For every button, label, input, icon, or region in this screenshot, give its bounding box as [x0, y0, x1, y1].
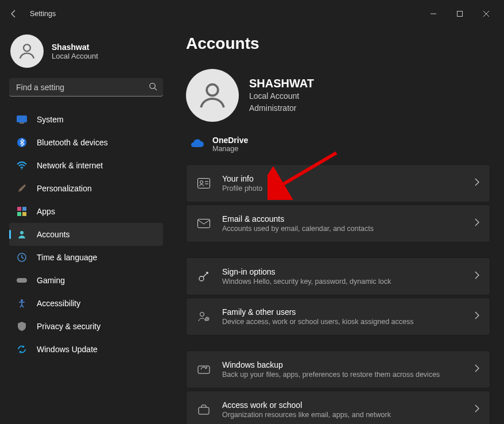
- sidebar-item-system[interactable]: System: [9, 108, 163, 131]
- settings-card-list: Your info Profile photo Email & accounts…: [186, 164, 490, 424]
- card-windows-backup[interactable]: Windows backup Back up your files, apps,…: [186, 350, 490, 388]
- user-type: Local Account: [52, 52, 98, 60]
- onedrive-subtitle: Manage: [212, 145, 248, 153]
- sidebar-item-label: Network & internet: [37, 161, 103, 170]
- user-avatar-icon: [10, 34, 44, 68]
- svg-rect-15: [17, 278, 27, 283]
- card-work-school[interactable]: Access work or school Organization resou…: [186, 391, 490, 424]
- sidebar-item-label: Accounts: [37, 230, 70, 239]
- sidebar-item-time[interactable]: Time & language: [9, 246, 163, 269]
- sidebar: Shashwat Local Account System Bluetooth …: [0, 28, 172, 424]
- wifi-icon: [16, 160, 28, 171]
- brush-icon: [16, 183, 28, 194]
- sidebar-item-privacy[interactable]: Privacy & security: [9, 315, 163, 338]
- svg-point-8: [21, 168, 22, 169]
- sidebar-item-label: Bluetooth & devices: [37, 138, 108, 147]
- page-title: Accounts: [186, 34, 490, 53]
- chevron-right-icon: [475, 364, 479, 375]
- account-avatar-icon: [186, 69, 239, 122]
- search-input[interactable]: [9, 78, 163, 96]
- sidebar-item-update[interactable]: Windows Update: [9, 338, 163, 361]
- card-title: Family & other users: [222, 307, 475, 317]
- mail-icon: [197, 219, 211, 228]
- main-content: Accounts SHASHWAT Local Account Administ…: [172, 28, 504, 424]
- svg-rect-29: [199, 407, 209, 414]
- svg-point-17: [207, 84, 218, 96]
- svg-point-2: [24, 44, 30, 51]
- svg-rect-9: [17, 207, 21, 211]
- titlebar: Settings: [0, 0, 504, 28]
- account-header: SHASHWAT Local Account Administrator: [186, 69, 490, 122]
- user-block[interactable]: Shashwat Local Account: [9, 32, 172, 78]
- sidebar-item-label: Time & language: [37, 253, 97, 262]
- update-icon: [16, 344, 28, 355]
- sidebar-item-label: Windows Update: [37, 345, 98, 354]
- svg-point-24: [200, 313, 204, 317]
- key-icon: [197, 270, 211, 283]
- cloud-icon: [189, 138, 204, 151]
- sidebar-item-label: System: [37, 115, 64, 124]
- card-subtitle: Accounts used by email, calendar, and co…: [222, 225, 475, 233]
- sidebar-item-bluetooth[interactable]: Bluetooth & devices: [9, 131, 163, 154]
- svg-rect-1: [458, 11, 463, 17]
- account-type: Local Account: [249, 90, 314, 102]
- sidebar-item-label: Gaming: [37, 276, 65, 285]
- sidebar-item-accessibility[interactable]: Accessibility: [9, 292, 163, 315]
- chevron-right-icon: [475, 311, 479, 322]
- clock-icon: [16, 252, 28, 263]
- card-email-accounts[interactable]: Email & accounts Accounts used by email,…: [186, 205, 490, 242]
- window-controls: [420, 5, 499, 23]
- account-display-name: SHASHWAT: [249, 77, 314, 90]
- sidebar-item-accounts[interactable]: Accounts: [9, 223, 163, 246]
- card-subtitle: Device access, work or school users, kio…: [222, 318, 475, 326]
- svg-point-23: [199, 276, 204, 281]
- user-name: Shashwat: [52, 43, 98, 52]
- people-icon: [197, 311, 211, 322]
- onedrive-row[interactable]: OneDrive Manage: [186, 131, 490, 164]
- sidebar-item-gaming[interactable]: Gaming: [9, 269, 163, 292]
- briefcase-icon: [197, 404, 211, 415]
- maximize-button[interactable]: [447, 5, 473, 23]
- card-title: Windows backup: [222, 360, 475, 369]
- sidebar-item-label: Accessibility: [37, 299, 80, 308]
- svg-point-19: [200, 181, 203, 184]
- svg-line-4: [154, 88, 157, 90]
- card-subtitle: Back up your files, apps, preferences to…: [222, 371, 475, 379]
- card-your-info[interactable]: Your info Profile photo: [186, 164, 490, 202]
- sidebar-item-network[interactable]: Network & internet: [9, 154, 163, 177]
- sidebar-item-label: Apps: [37, 207, 55, 216]
- onedrive-title: OneDrive: [212, 136, 248, 145]
- account-role: Administrator: [249, 102, 314, 114]
- card-subtitle: Organization resources like email, apps,…: [222, 411, 475, 419]
- card-title: Access work or school: [222, 400, 475, 410]
- card-subtitle: Profile photo: [222, 184, 475, 192]
- back-button[interactable]: [5, 5, 23, 23]
- svg-rect-10: [22, 207, 26, 211]
- close-button[interactable]: [473, 5, 499, 23]
- card-subtitle: Windows Hello, security key, password, d…: [222, 277, 475, 286]
- chevron-right-icon: [475, 218, 479, 229]
- svg-rect-18: [198, 179, 210, 188]
- minimize-button[interactable]: [420, 5, 447, 23]
- svg-rect-22: [198, 219, 210, 228]
- sidebar-item-apps[interactable]: Apps: [9, 200, 163, 223]
- svg-rect-5: [17, 116, 27, 122]
- chevron-right-icon: [475, 404, 479, 415]
- svg-rect-11: [17, 212, 21, 216]
- accessibility-icon: [16, 298, 28, 309]
- svg-point-16: [21, 299, 23, 302]
- chevron-right-icon: [475, 271, 479, 282]
- search-box[interactable]: [9, 78, 163, 97]
- chevron-right-icon: [475, 178, 479, 188]
- sidebar-item-label: Personalization: [37, 184, 92, 193]
- card-signin-options[interactable]: Sign-in options Windows Hello, security …: [186, 257, 490, 295]
- search-icon: [149, 82, 157, 93]
- sidebar-item-personalization[interactable]: Personalization: [9, 177, 163, 200]
- person-icon: [16, 229, 28, 240]
- window-title: Settings: [30, 10, 56, 18]
- nav-list: System Bluetooth & devices Network & int…: [9, 108, 172, 361]
- card-family-users[interactable]: Family & other users Device access, work…: [186, 298, 490, 336]
- sidebar-item-label: Privacy & security: [37, 322, 100, 331]
- svg-rect-12: [22, 212, 26, 216]
- svg-rect-6: [20, 123, 24, 124]
